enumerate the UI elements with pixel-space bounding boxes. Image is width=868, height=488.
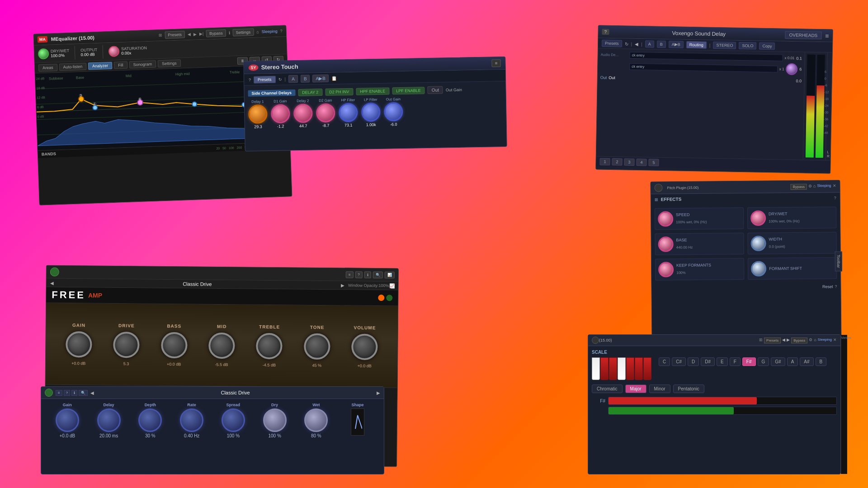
note-f[interactable]: F: [730, 357, 741, 366]
vox-presets-btn[interactable]: Presets: [602, 40, 622, 47]
gain-knob[interactable]: [66, 331, 92, 357]
chorus-spread-knob[interactable]: [222, 408, 245, 432]
scale-close-icon[interactable]: ✕: [833, 338, 837, 343]
note-as[interactable]: A#: [800, 357, 813, 366]
chorus-list-btn[interactable]: ≡: [56, 390, 62, 396]
freeamp-power-btn[interactable]: [50, 267, 59, 277]
ch-btn-1[interactable]: 1: [599, 158, 610, 165]
pitch-close-icon[interactable]: ✕: [832, 183, 836, 189]
chorus-power-btn[interactable]: [45, 389, 53, 397]
scale-pentatonic-btn[interactable]: Pentatonic: [673, 385, 704, 393]
key-a[interactable]: [635, 357, 643, 380]
ch-btn-4[interactable]: 4: [636, 159, 646, 166]
meq-presets-btn[interactable]: Presets: [165, 31, 185, 39]
ch-btn-2[interactable]: 2: [612, 158, 622, 165]
d2gain-knob[interactable]: [316, 103, 335, 123]
key-c[interactable]: [592, 357, 600, 380]
note-b[interactable]: B: [816, 357, 827, 366]
chorus-next-icon[interactable]: ▶: [377, 390, 380, 395]
chorus-rate-knob[interactable]: [180, 408, 203, 432]
tab-sonogram[interactable]: Sonogram: [129, 60, 156, 68]
chorus-prev-icon[interactable]: ◀: [90, 390, 94, 395]
lp-knob[interactable]: [361, 103, 381, 122]
scale-settings-icon[interactable]: ⚙: [809, 338, 812, 343]
chorus-depth-knob[interactable]: [138, 408, 162, 432]
scale-minor-btn[interactable]: Minor: [649, 385, 670, 393]
vox-refresh-icon[interactable]: ↻: [625, 41, 628, 46]
preset-refresh-icon[interactable]: ↻: [278, 77, 282, 81]
d2phinv-btn[interactable]: D2 PH INV: [325, 88, 353, 95]
chorus-info-btn[interactable]: ℹ: [71, 390, 77, 396]
note-ds[interactable]: D#: [701, 357, 715, 366]
st-ab-ab[interactable]: A▶B: [312, 75, 329, 83]
formants-knob[interactable]: [658, 262, 674, 277]
fa-chart-btn[interactable]: 📊: [385, 272, 395, 278]
vox-menu-icon[interactable]: ≡: [825, 32, 829, 39]
tab-fill[interactable]: Fill: [114, 61, 127, 69]
delay1-knob[interactable]: [248, 104, 268, 124]
hp-knob[interactable]: [339, 103, 358, 122]
ch-btn-3[interactable]: 3: [624, 159, 634, 166]
vox-prev-icon[interactable]: ◀: [635, 41, 638, 46]
scale-next[interactable]: ▶: [787, 338, 790, 343]
drive-knob[interactable]: [113, 331, 140, 358]
stereo-out-btn[interactable]: Out: [428, 86, 443, 94]
bass-knob[interactable]: [161, 332, 188, 358]
treble-knob[interactable]: [256, 333, 283, 359]
chorus-help-btn[interactable]: ?: [64, 390, 70, 396]
meq-bypass-btn[interactable]: Bypass: [206, 29, 226, 38]
scale-prev[interactable]: ◀: [782, 338, 785, 343]
delay2-knob[interactable]: [293, 103, 313, 123]
vox-stereo-btn[interactable]: STEREO: [713, 42, 736, 49]
reset-btn[interactable]: Reset: [822, 284, 833, 289]
note-e[interactable]: E: [717, 357, 728, 366]
nav-prev-icon[interactable]: ◀: [188, 32, 191, 37]
fa-next-icon[interactable]: ▶: [341, 283, 344, 288]
stereo-presets-btn[interactable]: Presets: [254, 75, 276, 83]
effects-info-icon[interactable]: ?: [834, 196, 836, 200]
note-cs[interactable]: C#: [672, 357, 686, 366]
ch2-knob[interactable]: [786, 63, 797, 75]
key-d[interactable]: [600, 357, 609, 380]
tone-knob[interactable]: [304, 333, 330, 360]
tab-settings[interactable]: Settings: [158, 60, 181, 68]
note-a[interactable]: A: [787, 357, 798, 366]
vox-copy-btn[interactable]: Copy: [759, 42, 775, 50]
chorus-dry-knob[interactable]: [263, 408, 287, 432]
st-ab-b[interactable]: B: [301, 75, 310, 83]
d1gain-knob[interactable]: [271, 104, 290, 123]
vox-solo-btn[interactable]: SOLO: [739, 42, 756, 50]
ch1-entry[interactable]: ck entry: [630, 52, 783, 61]
note-gs[interactable]: G#: [771, 357, 785, 366]
delay2-btn[interactable]: DELAY 2: [298, 89, 322, 96]
tab-autolisten[interactable]: Auto-listen: [59, 63, 86, 71]
key-g[interactable]: [626, 357, 634, 380]
formant-shift-knob[interactable]: [751, 261, 766, 277]
key-b[interactable]: [643, 357, 651, 380]
fa-help-btn[interactable]: ?: [355, 271, 363, 278]
scale-major-btn[interactable]: Major: [625, 385, 646, 393]
tab-analyzer[interactable]: Analyzer: [88, 62, 113, 70]
fa-list-btn[interactable]: ≡: [346, 271, 354, 278]
fa-prev-icon[interactable]: ◀: [50, 280, 54, 285]
drywet-knob[interactable]: [38, 48, 49, 60]
outgain-knob[interactable]: [384, 102, 403, 122]
tab-areas[interactable]: Areas: [38, 64, 57, 71]
scale-chromatic-btn[interactable]: Chromatic: [592, 385, 623, 393]
key-f[interactable]: [618, 357, 626, 380]
vox-ab-b[interactable]: B: [657, 41, 666, 48]
vox-help-btn[interactable]: ?: [602, 29, 609, 35]
fa-search-btn[interactable]: 🔍: [373, 271, 383, 278]
volume-knob[interactable]: [351, 333, 378, 360]
saturation-knob[interactable]: [108, 46, 120, 57]
ch2-entry[interactable]: ck entry: [629, 63, 778, 72]
stereo-menu-btn[interactable]: ≡: [491, 59, 500, 67]
drywet-pitch-knob[interactable]: [750, 211, 766, 226]
vox-ab-a[interactable]: A: [645, 40, 654, 47]
st-clipboard-icon[interactable]: 📋: [331, 75, 337, 80]
pitch-settings-btn[interactable]: ⚙: [808, 183, 812, 189]
chorus-search-btn[interactable]: 🔍: [79, 390, 88, 396]
note-c[interactable]: C: [659, 357, 670, 366]
reset-help-icon[interactable]: ?: [835, 284, 837, 289]
chorus-wet-knob[interactable]: [304, 408, 328, 432]
